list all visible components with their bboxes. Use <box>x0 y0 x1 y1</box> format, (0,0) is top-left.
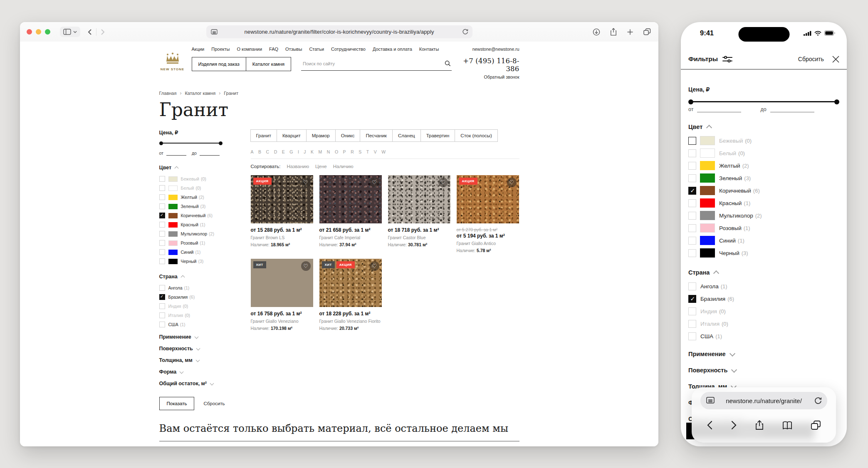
product-name[interactable]: Гранит Giallo Antico <box>457 240 519 247</box>
category-tab[interactable]: Оникс <box>335 129 361 142</box>
checkbox[interactable] <box>688 162 696 170</box>
color-filter-row[interactable]: Коричневый (6) <box>688 186 839 196</box>
alphabet-letter[interactable]: D <box>274 149 277 154</box>
checkbox[interactable] <box>159 294 165 300</box>
checkbox[interactable] <box>159 194 165 200</box>
nav-link[interactable]: Проекты <box>211 47 230 52</box>
product-image[interactable]: АКЦИЯ ♡ <box>251 175 313 223</box>
color-section-header[interactable]: Цвет <box>688 124 839 130</box>
slider-handle-min[interactable] <box>159 141 163 145</box>
country-filter-row[interactable]: США (1) <box>159 321 223 328</box>
price-from-input[interactable] <box>166 150 186 156</box>
color-filter-row[interactable]: Зеленый (3) <box>159 203 223 210</box>
checkbox[interactable] <box>688 237 696 245</box>
country-section-header[interactable]: Страна <box>159 274 223 280</box>
category-tab[interactable]: Травертин <box>420 129 455 142</box>
breadcrumb-catalog[interactable]: Каталог камня <box>185 91 215 96</box>
country-filter-row[interactable]: Индия (0) <box>688 307 839 316</box>
country-filter-row[interactable]: США (1) <box>688 332 839 341</box>
color-filter-row[interactable]: Бежевый (0) <box>159 176 223 182</box>
sort-by-stock[interactable]: Наличию <box>333 164 354 169</box>
checkbox[interactable] <box>688 149 696 157</box>
collapsed-section-header[interactable]: Применение <box>688 351 839 357</box>
reader-icon[interactable] <box>211 29 218 36</box>
product-name[interactable]: Гранит Giallo Veneziano Fiorito <box>319 318 382 324</box>
price-from-input[interactable] <box>697 106 741 112</box>
tab-overview-icon[interactable] <box>643 28 651 35</box>
collapsed-section-header[interactable]: Толщина, мм <box>159 358 223 363</box>
checkbox[interactable] <box>688 212 696 220</box>
alphabet-letter[interactable]: A <box>251 149 254 154</box>
search-icon[interactable] <box>445 60 451 67</box>
custom-products-button[interactable]: Изделия под заказ <box>192 57 246 71</box>
checkbox[interactable] <box>688 307 696 315</box>
favorite-heart-icon[interactable]: ♡ <box>301 178 311 187</box>
favorite-heart-icon[interactable]: ♡ <box>438 178 448 187</box>
checkbox[interactable] <box>688 320 696 328</box>
forward-icon[interactable] <box>731 421 737 430</box>
color-filter-row[interactable]: Черный (3) <box>688 248 839 258</box>
new-tab-icon[interactable] <box>627 29 633 35</box>
category-tab[interactable]: Кварцит <box>277 129 307 142</box>
alphabet-letter[interactable]: B <box>258 149 262 154</box>
collapsed-section-header[interactable]: Поверхность <box>159 346 223 351</box>
alphabet-letter[interactable]: R <box>351 149 354 154</box>
forward-icon[interactable] <box>101 29 105 35</box>
checkbox[interactable] <box>688 282 696 290</box>
product-image[interactable]: ХИТ АКЦИЯ ♡ <box>319 259 382 307</box>
color-filter-row[interactable]: Красный (1) <box>159 221 223 228</box>
minimize-window-button[interactable] <box>36 29 41 35</box>
color-filter-row[interactable]: Красный (1) <box>688 198 839 208</box>
reload-icon[interactable] <box>814 396 822 406</box>
country-filter-row[interactable]: Бразилия (6) <box>159 294 223 300</box>
collapsed-section-header[interactable]: Форма <box>159 369 223 374</box>
category-tab[interactable]: Песчаник <box>360 129 392 142</box>
color-filter-row[interactable]: Желтый (2) <box>159 194 223 201</box>
product-card[interactable]: ХИТ ♡ от 16 758 руб. за 1 м² Гранит Gial… <box>251 259 313 331</box>
alphabet-letter[interactable]: E <box>282 149 285 154</box>
product-name[interactable]: Гранит Cafe Imperial <box>319 235 382 241</box>
nav-link[interactable]: Отзывы <box>285 47 302 52</box>
checkbox[interactable] <box>159 322 165 327</box>
callback-link[interactable]: Обратный звонок <box>452 74 519 79</box>
nav-link[interactable]: О компании <box>237 47 262 52</box>
color-filter-row[interactable]: Желтый (2) <box>688 161 839 171</box>
phone-number[interactable]: +7 (495) 116-8-386 <box>452 57 519 73</box>
alphabet-letter[interactable]: P <box>343 149 346 154</box>
checkbox[interactable] <box>159 258 165 264</box>
product-name[interactable]: Гранит Giallo Veneziano <box>251 318 313 324</box>
country-filter-row[interactable]: Италия (0) <box>159 312 223 319</box>
color-section-header[interactable]: Цвет <box>159 165 223 171</box>
color-filter-row[interactable]: Розовый (1) <box>159 240 223 246</box>
checkbox[interactable] <box>159 231 165 237</box>
favorite-heart-icon[interactable]: ♡ <box>301 261 311 271</box>
checkbox[interactable] <box>159 213 165 218</box>
search-input[interactable] <box>302 61 445 67</box>
checkbox[interactable] <box>688 249 696 257</box>
collapsed-section-header[interactable]: Применение <box>159 334 223 339</box>
share-icon[interactable] <box>610 28 617 36</box>
nav-link[interactable]: Статьи <box>309 47 324 52</box>
country-filter-row[interactable]: Италия (0) <box>688 319 839 329</box>
alphabet-letter[interactable]: K <box>311 149 314 154</box>
checkbox[interactable] <box>159 203 165 209</box>
alphabet-letter[interactable]: V <box>374 149 377 154</box>
color-filter-row[interactable]: Коричневый (6) <box>159 212 223 219</box>
checkbox[interactable] <box>688 199 696 207</box>
product-card[interactable]: АКЦИЯ ♡ от 15 288 руб. за 1 м² Гранит Br… <box>251 175 313 253</box>
product-card[interactable]: ХИТ АКЦИЯ ♡ от 18 228 руб. за 1 м² Грани… <box>319 259 382 331</box>
close-window-button[interactable] <box>27 29 32 35</box>
alphabet-letter[interactable]: G <box>289 149 293 154</box>
slider-handle-max[interactable] <box>834 99 839 104</box>
share-icon[interactable] <box>755 420 764 430</box>
site-search[interactable] <box>301 57 452 71</box>
alphabet-letter[interactable]: S <box>359 149 362 154</box>
checkbox[interactable] <box>159 240 165 246</box>
mobile-address-bar[interactable]: newstone.ru/nature/granite/ <box>700 392 827 409</box>
checkbox[interactable] <box>688 187 696 195</box>
color-filter-row[interactable]: Бежевый (0) <box>688 136 839 146</box>
back-icon[interactable] <box>707 421 712 430</box>
checkbox[interactable] <box>688 137 696 145</box>
price-range-slider[interactable] <box>160 143 222 144</box>
product-image[interactable]: ХИТ ♡ <box>251 259 313 307</box>
